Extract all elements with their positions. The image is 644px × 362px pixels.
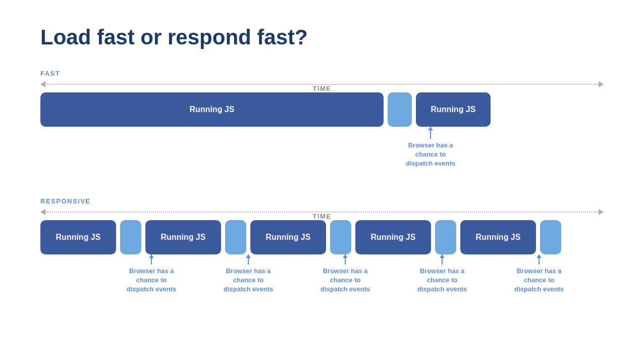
fast-js-block-1: Running JS (40, 92, 384, 127)
responsive-timeline: TIME (40, 209, 604, 215)
responsive-label: RESPONSIVE (40, 197, 91, 205)
fast-arrow-left (40, 81, 45, 87)
fast-annotation-line (430, 127, 431, 139)
resp-ann-4: Browser has achance todispatch events (417, 254, 467, 294)
resp-gap-4 (435, 220, 456, 254)
resp-ann-3: Browser has achance todispatch events (320, 254, 370, 294)
resp-js-5: Running JS (460, 220, 536, 254)
fast-label: FAST (40, 70, 60, 77)
resp-gap-2 (225, 220, 246, 254)
fast-annotation-text: Browser has achance todispatch events (406, 141, 455, 169)
resp-gap-5 (540, 220, 561, 254)
responsive-blocks-row: Running JS Running JS Running JS Running… (40, 220, 604, 254)
page-title: Load fast or respond fast? (40, 25, 604, 49)
resp-js-1: Running JS (40, 220, 116, 254)
fast-annotation: Browser has achance todispatch events (406, 127, 455, 169)
slide: Load fast or respond fast? FAST TIME Run… (0, 0, 644, 362)
resp-js-3: Running JS (250, 220, 326, 254)
resp-ann-1: Browser has achance todispatch events (127, 254, 176, 294)
fast-spacer (40, 142, 604, 197)
fast-time-label: TIME (312, 85, 331, 92)
responsive-dotted-line: TIME (46, 212, 598, 213)
fast-section: FAST TIME Running JS Running JS (40, 70, 604, 127)
resp-ann-5: Browser has achance todispatch events (514, 254, 564, 294)
fast-gap-block (388, 92, 412, 127)
responsive-time-label: TIME (312, 213, 331, 220)
fast-dotted-line: TIME (46, 84, 598, 85)
fast-js-block-2: Running JS (416, 92, 491, 127)
responsive-blocks-wrapper: Running JS Running JS Running JS Running… (40, 220, 604, 254)
resp-js-4: Running JS (355, 220, 431, 254)
resp-gap-3 (330, 220, 351, 254)
responsive-arrow-left (40, 209, 45, 215)
responsive-arrow-right (599, 209, 604, 215)
fast-blocks-row: Running JS Running JS (40, 92, 604, 127)
fast-timeline: TIME (40, 81, 604, 87)
fast-arrow-right (599, 81, 604, 87)
resp-ann-2: Browser has achance todispatch events (224, 254, 273, 294)
resp-js-2: Running JS (145, 220, 221, 254)
responsive-section: RESPONSIVE TIME Running JS Running JS (40, 197, 604, 254)
resp-gap-1 (120, 220, 141, 254)
